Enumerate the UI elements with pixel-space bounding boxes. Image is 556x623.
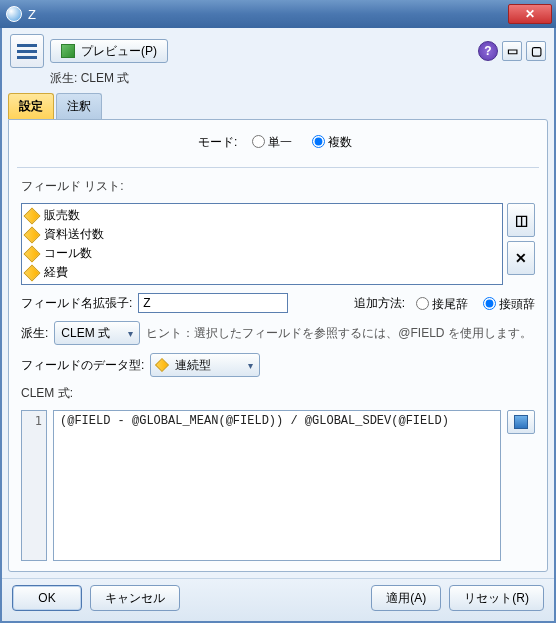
expression-side — [507, 410, 535, 561]
derive-hint: ヒント：選択したフィールドを参照するには、@FIELD を使用します。 — [146, 325, 532, 342]
top-right-tools: ? ▭ ▢ — [478, 41, 546, 61]
calculator-icon — [514, 415, 528, 429]
tab-annotation[interactable]: 注釈 — [56, 93, 102, 119]
top-toolbar: プレビュー(P) ? ▭ ▢ — [2, 28, 554, 70]
maximize-button[interactable]: ▢ — [526, 41, 546, 61]
field-name: コール数 — [44, 245, 92, 262]
field-name: 販売数 — [44, 207, 80, 224]
expression-builder-button[interactable] — [507, 410, 535, 434]
subtitle: 派生: CLEM 式 — [2, 70, 554, 93]
expression-editor[interactable]: (@FIELD - @GLOBAL_MEAN(@FIELD)) / @GLOBA… — [53, 410, 501, 561]
mode-single[interactable]: 単一 — [247, 135, 292, 149]
continuous-type-icon — [155, 358, 169, 372]
tab-settings[interactable]: 設定 — [8, 93, 54, 119]
field-type-icon — [24, 226, 41, 243]
list-item[interactable]: 資料送付数 — [26, 225, 498, 244]
mode-multiple[interactable]: 複数 — [307, 135, 352, 149]
help-button[interactable]: ? — [478, 41, 498, 61]
divider — [17, 167, 539, 168]
field-name: 経費 — [44, 264, 68, 281]
add-method-prefix-label: 接頭辞 — [499, 297, 535, 311]
footer: OK キャンセル 適用(A) リセット(R) — [2, 578, 554, 621]
datatype-label: フィールドのデータ型: — [21, 357, 144, 374]
fieldlist-wrap: 販売数 資料送付数 コール数 経費 ◫ ✕ — [21, 203, 535, 285]
list-item[interactable]: 販売数 — [26, 206, 498, 225]
mode-label: モード: — [198, 135, 237, 149]
preview-label: プレビュー(P) — [81, 43, 157, 60]
apply-button[interactable]: 適用(A) — [371, 585, 441, 611]
fieldlist-side-buttons: ◫ ✕ — [507, 203, 535, 285]
mode-single-label: 単一 — [268, 135, 292, 149]
field-clear-button[interactable]: ✕ — [507, 241, 535, 275]
settings-panel: モード: 単一 複数 フィールド リスト: 販売数 資料送付数 コール数 経費 … — [8, 119, 548, 572]
extension-input[interactable] — [138, 293, 288, 313]
list-item[interactable]: コール数 — [26, 244, 498, 263]
cancel-button[interactable]: キャンセル — [90, 585, 180, 611]
reset-button[interactable]: リセット(R) — [449, 585, 544, 611]
extension-label: フィールド名拡張子: — [21, 295, 132, 312]
fieldlist-label: フィールド リスト: — [21, 178, 535, 195]
derive-type-value: CLEM 式 — [61, 325, 110, 342]
field-type-icon — [24, 245, 41, 262]
field-picker-button[interactable]: ◫ — [507, 203, 535, 237]
app-icon — [6, 6, 22, 22]
derive-row: 派生: CLEM 式 ヒント：選択したフィールドを参照するには、@FIELD を… — [21, 321, 535, 345]
list-item[interactable]: 経費 — [26, 263, 498, 282]
client-area: プレビュー(P) ? ▭ ▢ 派生: CLEM 式 設定 注釈 モード: 単一 … — [0, 28, 556, 623]
close-button[interactable]: ✕ — [508, 4, 552, 24]
add-method-group: 接尾辞 接頭辞 — [411, 294, 535, 313]
add-method-suffix-label: 接尾辞 — [432, 297, 468, 311]
minimize-button[interactable]: ▭ — [502, 41, 522, 61]
ok-button[interactable]: OK — [12, 585, 82, 611]
field-type-icon — [24, 207, 41, 224]
derive-type-select[interactable]: CLEM 式 — [54, 321, 140, 345]
field-name: 資料送付数 — [44, 226, 104, 243]
add-method-prefix[interactable]: 接頭辞 — [478, 294, 535, 313]
expression-gutter: 1 — [21, 410, 47, 561]
expression-area: 1 (@FIELD - @GLOBAL_MEAN(@FIELD)) / @GLO… — [21, 410, 535, 561]
derive-label: 派生: — [21, 325, 48, 342]
preview-button[interactable]: プレビュー(P) — [50, 39, 168, 63]
add-method-suffix[interactable]: 接尾辞 — [411, 294, 468, 313]
datatype-value: 連続型 — [175, 357, 211, 374]
tab-row: 設定 注釈 — [2, 93, 554, 119]
preview-play-icon — [61, 44, 75, 58]
mode-multiple-label: 複数 — [328, 135, 352, 149]
extension-row: フィールド名拡張子: 追加方法: 接尾辞 接頭辞 — [21, 293, 535, 313]
fieldlist[interactable]: 販売数 資料送付数 コール数 経費 — [21, 203, 503, 285]
window-title: Z — [28, 7, 508, 22]
mode-row: モード: 単一 複数 — [21, 130, 535, 157]
derive-node-icon — [10, 34, 44, 68]
datatype-select[interactable]: 連続型 — [150, 353, 260, 377]
field-type-icon — [24, 264, 41, 281]
expression-label: CLEM 式: — [21, 385, 535, 402]
datatype-row: フィールドのデータ型: 連続型 — [21, 353, 535, 377]
titlebar: Z ✕ — [0, 0, 556, 28]
add-method-label: 追加方法: — [354, 295, 405, 312]
